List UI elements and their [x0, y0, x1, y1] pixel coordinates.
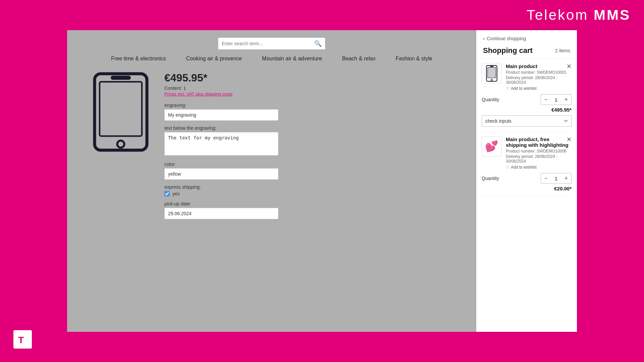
t-icon: T: [13, 330, 32, 349]
color-group: color:: [164, 162, 278, 180]
cart-item-2-sku: Product number: SWDEMO10006: [506, 149, 572, 154]
express-group: express shipping: yes: [164, 184, 278, 196]
svg-rect-4: [111, 76, 131, 80]
cart-header: ‹ Continue shopping Shopping cart 2 item…: [476, 30, 577, 59]
store-panel: 🔍 Free time & electronics Cooking air & …: [67, 30, 476, 332]
wishlist-label-2: Add to wishlist: [511, 165, 537, 170]
cart-item-2-info: Main product, free shipping with highlig…: [506, 136, 572, 170]
cart-panel: ‹ Continue shopping Shopping cart 2 item…: [476, 30, 577, 332]
engraving-input[interactable]: [164, 109, 278, 121]
price-vat-link[interactable]: Prices incl. VAT plus shipping costs: [164, 92, 278, 97]
qty-controls-2: − 1 +: [541, 173, 572, 184]
cart-item-1-price: €495.95*: [482, 107, 572, 113]
cart-item-1-delivery: Delivery period: 28/06/2024 - 30/06/2024: [506, 75, 572, 85]
qty-decrease-2[interactable]: −: [541, 173, 551, 183]
nav-item-mountain[interactable]: Mountain air & adventure: [262, 56, 322, 62]
nav-item-fashion[interactable]: Fashion & style: [395, 56, 432, 62]
cart-item-2-price: €20.00*: [482, 186, 572, 191]
check-inputs-select[interactable]: check inputs: [482, 115, 572, 127]
text-below-group: text below the engraving: The text for m…: [164, 125, 278, 157]
cart-item-2-delivery: Delivery period: 28/06/2024 - 30/06/2024: [506, 154, 572, 164]
qty-increase-1[interactable]: +: [561, 95, 571, 105]
svg-text:💕: 💕: [485, 140, 498, 153]
svg-point-9: [491, 79, 492, 80]
product-content: Content: 1: [164, 85, 278, 91]
cart-item-count: 2 items: [555, 48, 570, 53]
logo-text: Telekom: [527, 7, 594, 23]
continue-shopping-label: Continue shopping: [487, 36, 526, 41]
cart-items-list: Main product Product number: SWDEMO10001…: [476, 59, 577, 332]
svg-rect-7: [488, 67, 496, 78]
cart-item-2-name: Main product, free shipping with highlig…: [506, 136, 572, 148]
qty-value-2: 1: [551, 176, 561, 181]
cart-item-1-wishlist[interactable]: ♡ Add to wishlist: [506, 86, 572, 91]
nav-item-beach[interactable]: Beach & relax: [342, 56, 376, 62]
cart-item-2-image: 💕: [482, 136, 502, 157]
cart-item-2-top: 💕 Main product, free shipping with highl…: [482, 136, 572, 170]
cart-item-1-qty-row: Quantity − 1 +: [482, 94, 572, 105]
engraving-label: engraving:: [164, 103, 278, 108]
svg-rect-3: [100, 82, 142, 136]
color-input[interactable]: [164, 168, 278, 180]
search-icon[interactable]: 🔍: [314, 40, 322, 47]
logo-bold: MMS: [594, 7, 631, 23]
chevron-left-icon: ‹: [483, 36, 485, 42]
product-details: €495.95* Content: 1 Prices incl. VAT plu…: [154, 72, 288, 224]
cart-item-1-image: [482, 63, 502, 83]
telekom-logo: Telekom MMS: [527, 7, 631, 23]
cart-item-1: Main product Product number: SWDEMO10001…: [482, 63, 572, 132]
heart-icon-2: ♡: [506, 165, 509, 170]
bottom-telekom-logo: T: [13, 330, 32, 349]
heart-icon-1: ♡: [506, 86, 509, 91]
color-label: color:: [164, 162, 278, 167]
product-price: €495.95*: [164, 72, 278, 84]
qty-increase-2[interactable]: +: [561, 173, 571, 183]
quantity-label-1: Quantity: [482, 97, 499, 102]
cart-title-row: Shopping cart 2 items: [483, 46, 570, 55]
cart-item-2: 💕 Main product, free shipping with highl…: [482, 136, 572, 196]
pickup-input[interactable]: [164, 208, 278, 219]
express-label: express shipping:: [164, 184, 278, 190]
wishlist-label-1: Add to wishlist: [511, 86, 537, 91]
continue-shopping-button[interactable]: ‹ Continue shopping: [483, 36, 570, 42]
main-area: 🔍 Free time & electronics Cooking air & …: [67, 30, 577, 332]
cart-item-1-info: Main product Product number: SWDEMO10001…: [506, 63, 572, 91]
search-bar: 🔍: [67, 30, 476, 50]
express-checkbox[interactable]: [164, 191, 170, 196]
check-inputs-row: check inputs: [482, 115, 572, 127]
svg-point-5: [117, 141, 124, 148]
qty-decrease-1[interactable]: −: [541, 95, 551, 105]
text-below-label: text below the engraving:: [164, 125, 278, 131]
cart-title: Shopping cart: [483, 46, 533, 55]
cart-item-1-name: Main product: [506, 63, 572, 69]
qty-value-1: 1: [551, 97, 561, 103]
text-below-input[interactable]: The text for my engraving: [164, 132, 278, 156]
pickup-group: pick-up date:: [164, 201, 278, 219]
t-icon-svg: T: [16, 333, 29, 346]
cart-item-2-wishlist[interactable]: ♡ Add to wishlist: [506, 165, 572, 170]
cart-item-2-qty-row: Quantity − 1 +: [482, 173, 572, 184]
nav-item-free-time[interactable]: Free time & electronics: [111, 56, 166, 62]
svg-rect-8: [490, 66, 493, 67]
express-checkbox-row: yes: [164, 191, 278, 196]
cart-item-2-close-button[interactable]: ✕: [567, 136, 572, 142]
cart-item-1-sku: Product number: SWDEMO10001: [506, 70, 572, 75]
quantity-label-2: Quantity: [482, 176, 499, 181]
search-input-wrap[interactable]: 🔍: [218, 38, 325, 50]
pickup-label: pick-up date:: [164, 201, 278, 206]
cart-item-1-close-button[interactable]: ✕: [567, 63, 572, 69]
express-option-label: yes: [172, 191, 180, 196]
engraving-group: engraving:: [164, 103, 278, 121]
nav-item-cooking[interactable]: Cooking air & provence: [186, 56, 242, 62]
top-header: Telekom MMS: [0, 0, 644, 30]
qty-controls-1: − 1 +: [541, 94, 572, 105]
nav-menu: Free time & electronics Cooking air & pr…: [67, 50, 476, 62]
svg-text:T: T: [18, 335, 24, 345]
phone-product-image: [87, 72, 154, 224]
cart-item-1-top: Main product Product number: SWDEMO10001…: [482, 63, 572, 91]
product-area: €495.95* Content: 1 Prices incl. VAT plu…: [67, 72, 476, 224]
search-input[interactable]: [222, 41, 314, 46]
